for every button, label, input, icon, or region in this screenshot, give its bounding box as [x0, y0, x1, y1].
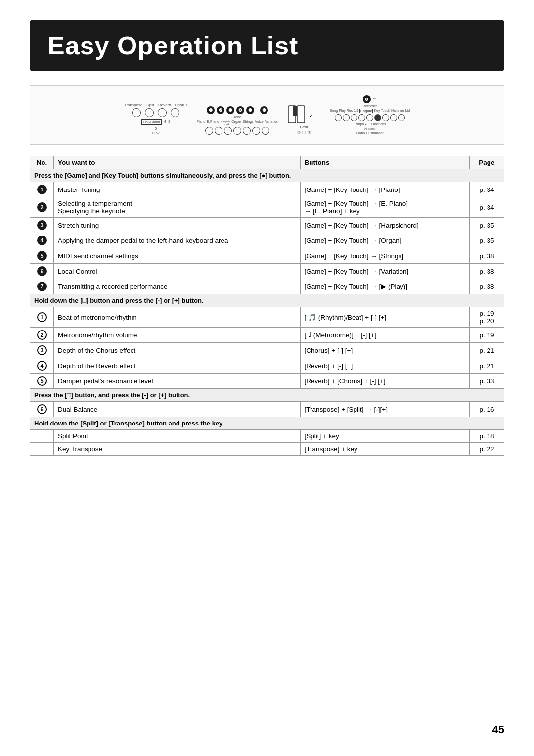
table-row: 6Dual Balance[Transpose] + [Split] → [-]…: [30, 402, 504, 417]
row-number: 6: [30, 402, 54, 417]
row-number: 6: [30, 264, 54, 279]
row-page: p. 38: [470, 264, 504, 279]
row-page: p. 35: [470, 218, 504, 233]
row-description: Split Point: [54, 430, 301, 443]
table-row: 4Depth of the Reverb effect[Reverb] + [-…: [30, 358, 504, 374]
row-page: p. 21: [470, 343, 504, 358]
operation-table: No. You want to Buttons Page Press the […: [30, 156, 504, 456]
row-page: p. 16: [470, 402, 504, 417]
svg-text:♪: ♪: [309, 111, 312, 119]
row-page: p. 18: [470, 430, 504, 443]
col-header-buttons: Buttons: [300, 156, 469, 169]
row-number: 7: [30, 279, 54, 294]
row-description: Damper pedal's resonance level: [54, 374, 301, 389]
table-row: 5MIDI send channel settings[Game] + [Key…: [30, 248, 504, 264]
row-buttons: [ 🎵 (Rhythm)/Beat] + [-] [+]: [300, 307, 469, 328]
row-buttons: [Reverb] + [Chorus] + [-] [+]: [300, 374, 469, 389]
row-number: 2: [30, 197, 54, 218]
row-page: p. 22: [470, 443, 504, 456]
row-buttons: [Split] + key: [300, 430, 469, 443]
table-row: 7Transmitting a recorded performance[Gam…: [30, 279, 504, 294]
row-buttons: [Reverb] + [-] [+]: [300, 358, 469, 374]
page-title: Easy Operation List: [47, 31, 487, 60]
svg-rect-1: [297, 106, 305, 123]
row-description: Metronome/rhythm volume: [54, 328, 301, 343]
row-description: Stretch tuning: [54, 218, 301, 233]
row-buttons: [Game] + [Key Touch] → [Piano]: [300, 182, 469, 197]
row-buttons: [Game] + [Key Touch] → [Organ]: [300, 233, 469, 248]
table-row: 1Beat of metronome/rhythm[ 🎵 (Rhythm)/Be…: [30, 307, 504, 328]
table-row: Key Transpose[Transpose] + keyp. 22: [30, 443, 504, 456]
row-number: 4: [30, 233, 54, 248]
col-header-no: No.: [30, 156, 54, 169]
section-header-cell: Press the [Game] and [Key Touch] buttons…: [30, 169, 504, 182]
row-number: [30, 443, 54, 456]
row-number: [30, 430, 54, 443]
row-page: p. 35: [470, 233, 504, 248]
table-row: Split Point[Split] + keyp. 18: [30, 430, 504, 443]
row-description: Master Tuning: [54, 182, 301, 197]
table-row: 4Applying the damper pedal to the left-h…: [30, 233, 504, 248]
table-row: 3Stretch tuning[Game] + [Key Touch] → [H…: [30, 218, 504, 233]
section-header-cell: Hold down the [Split] or [Transpose] but…: [30, 417, 504, 430]
row-buttons: [ ♩ (Metronome)] + [-] [+]: [300, 328, 469, 343]
row-number: 3: [30, 218, 54, 233]
svg-rect-2: [293, 106, 297, 116]
row-number: 2: [30, 328, 54, 343]
row-number: 1: [30, 182, 54, 197]
row-description: Key Transpose: [54, 443, 301, 456]
row-page: p. 34: [470, 182, 504, 197]
section-header-cell: Press the [□] button, and press the [-] …: [30, 389, 504, 402]
table-row: 2Selecting a temperamentSpecifying the k…: [30, 197, 504, 218]
table-row: 6Local Control[Game] + [Key Touch] → [Va…: [30, 264, 504, 279]
row-buttons: [Transpose] + key: [300, 443, 469, 456]
row-description: Depth of the Reverb effect: [54, 358, 301, 374]
row-buttons: [Game] + [Key Touch] → [▶ (Play)]: [300, 279, 469, 294]
row-number: 4: [30, 358, 54, 374]
row-number: 5: [30, 248, 54, 264]
col-header-page: Page: [470, 156, 504, 169]
row-page: p. 21: [470, 358, 504, 374]
table-row: 5Damper pedal's resonance level[Reverb] …: [30, 374, 504, 389]
row-buttons: [Transpose] + [Split] → [-][+]: [300, 402, 469, 417]
table-row: Press the [□] button, and press the [-] …: [30, 389, 504, 402]
row-page: p. 33: [470, 374, 504, 389]
page-number: 45: [492, 723, 504, 736]
row-description: Dual Balance: [54, 402, 301, 417]
table-row: 1Master Tuning[Game] + [Key Touch] → [Pi…: [30, 182, 504, 197]
table-row: Hold down the [Split] or [Transpose] but…: [30, 417, 504, 430]
title-banner: Easy Operation List: [30, 20, 504, 71]
row-number: 3: [30, 343, 54, 358]
table-row: 2Metronome/rhythm volume[ ♩ (Metronome)]…: [30, 328, 504, 343]
row-number: 1: [30, 307, 54, 328]
diagram-image: TransposeSplitReverbChorus Hall/Grand 4 …: [124, 92, 410, 139]
section-header-cell: Hold down the [□] button and press the […: [30, 294, 504, 307]
row-buttons: [Chorus] + [-] [+]: [300, 343, 469, 358]
row-description: Beat of metronome/rhythm: [54, 307, 301, 328]
row-buttons: [Game] + [Key Touch] → [Strings]: [300, 248, 469, 264]
row-description: Selecting a temperamentSpecifying the ke…: [54, 197, 301, 218]
row-buttons: [Game] + [Key Touch] → [E. Piano]→ [E. P…: [300, 197, 469, 218]
row-description: Applying the damper pedal to the left-ha…: [54, 233, 301, 248]
col-header-you-want: You want to: [54, 156, 301, 169]
row-page: p. 19p. 20: [470, 307, 504, 328]
row-page: p. 19: [470, 328, 504, 343]
row-description: Local Control: [54, 264, 301, 279]
table-row: Hold down the [□] button and press the […: [30, 294, 504, 307]
row-page: p. 38: [470, 248, 504, 264]
row-page: p. 38: [470, 279, 504, 294]
keyboard-diagram: TransposeSplitReverbChorus Hall/Grand 4 …: [30, 85, 504, 145]
row-description: MIDI send channel settings: [54, 248, 301, 264]
row-page: p. 34: [470, 197, 504, 218]
row-buttons: [Game] + [Key Touch] → [Harpsichord]: [300, 218, 469, 233]
table-row: 3Depth of the Chorus effect[Chorus] + [-…: [30, 343, 504, 358]
row-number: 5: [30, 374, 54, 389]
row-description: Transmitting a recorded performance: [54, 279, 301, 294]
row-buttons: [Game] + [Key Touch] → [Variation]: [300, 264, 469, 279]
row-description: Depth of the Chorus effect: [54, 343, 301, 358]
table-row: Press the [Game] and [Key Touch] buttons…: [30, 169, 504, 182]
